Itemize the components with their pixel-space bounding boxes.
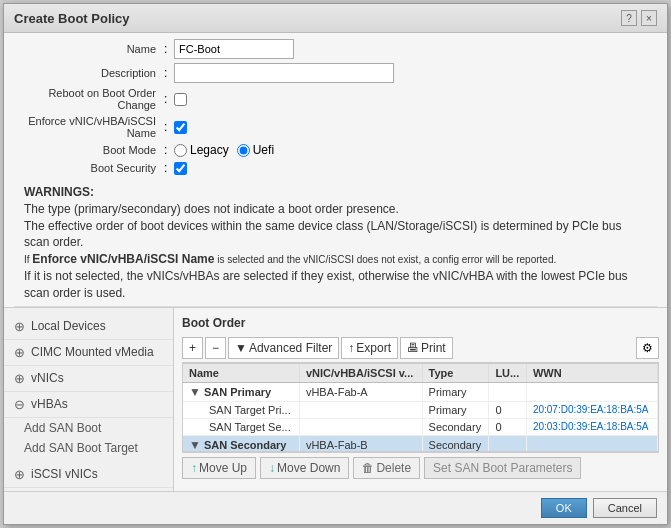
row-lun: 0 [489, 401, 527, 418]
row-vnic: vHBA-Fab-A [299, 382, 422, 401]
enforce-checkbox[interactable] [174, 121, 187, 134]
table-row[interactable]: SAN Target Se... Secondary 0 20:03:D0:39… [183, 418, 658, 435]
close-button[interactable]: × [641, 10, 657, 26]
move-down-button[interactable]: ↓ Move Down [260, 457, 349, 479]
print-button[interactable]: 🖶 Print [400, 337, 453, 359]
form-section: Name : Description : Reboot on Boot Orde… [4, 33, 667, 308]
boot-mode-group: Legacy Uefi [174, 143, 274, 157]
left-nav-panel: ⊕ Local Devices ⊕ CIMC Mounted vMedia ⊕ … [4, 308, 174, 491]
warnings-title: WARNINGS: [24, 185, 94, 199]
add-icon: + [189, 341, 196, 355]
row-vnic [299, 401, 422, 418]
add-san-boot-label: Add SAN Boot [24, 421, 101, 435]
plus-icon-vnics: ⊕ [14, 371, 25, 386]
move-up-icon: ↑ [191, 461, 197, 475]
expand-icon: ▼ [189, 385, 201, 399]
create-boot-policy-dialog: Create Boot Policy ? × Name : Descriptio… [3, 3, 668, 525]
sidebar-item-iscsi-vnics[interactable]: ⊕ iSCSI vNICs [4, 462, 173, 488]
delete-button[interactable]: 🗑 Delete [353, 457, 420, 479]
row-type: Primary [422, 401, 489, 418]
row-wwn: 20:07:D0:39:EA:18:BA:5A [526, 401, 657, 418]
description-label: Description [14, 67, 164, 79]
add-san-boot-target-label: Add SAN Boot Target [24, 441, 138, 455]
boot-mode-legacy-option[interactable]: Legacy [174, 143, 229, 157]
col-type: Type [422, 364, 489, 383]
sidebar-item-vnics[interactable]: ⊕ vNICs [4, 366, 173, 392]
sidebar-item-cimc-mounted[interactable]: ⊕ CIMC Mounted vMedia [4, 340, 173, 366]
settings-button[interactable]: ⚙ [636, 337, 659, 359]
cimc-mounted-label: CIMC Mounted vMedia [31, 345, 154, 359]
boot-order-table: Name vNIC/vHBA/iSCSI v... Type LU... WWN… [183, 364, 658, 452]
boot-mode-uefi-radio[interactable] [237, 144, 250, 157]
table-row[interactable]: ▼SAN Primary vHBA-Fab-A Primary [183, 382, 658, 401]
action-bar: ↑ Move Up ↓ Move Down 🗑 Delete Set SAN B… [182, 452, 659, 483]
col-lun: LU... [489, 364, 527, 383]
remove-button[interactable]: − [205, 337, 226, 359]
plus-icon-cimc: ⊕ [14, 345, 25, 360]
boot-order-toolbar: + − ▼ Advanced Filter ↑ Export 🖶 Print [182, 334, 659, 363]
dialog-title: Create Boot Policy [14, 11, 130, 26]
minus-icon-vhbas: ⊖ [14, 397, 25, 412]
move-down-icon: ↓ [269, 461, 275, 475]
gear-icon: ⚙ [642, 341, 653, 355]
row-wwn: 20:03:D0:39:EA:18:BA:5A [526, 418, 657, 435]
filter-icon: ▼ [235, 341, 247, 355]
row-wwn [526, 382, 657, 401]
name-label: Name [14, 43, 164, 55]
name-input[interactable] [174, 39, 294, 59]
sidebar-item-add-san-boot[interactable]: Add SAN Boot [4, 418, 173, 438]
warnings-line2: The effective order of boot devices with… [24, 219, 621, 250]
col-wwn: WWN [526, 364, 657, 383]
delete-icon: 🗑 [362, 461, 374, 475]
sidebar-item-local-devices[interactable]: ⊕ Local Devices [4, 314, 173, 340]
title-bar: Create Boot Policy ? × [4, 4, 667, 33]
row-lun [489, 435, 527, 452]
reboot-label: Reboot on Boot Order Change [14, 87, 164, 111]
advanced-filter-button[interactable]: ▼ Advanced Filter [228, 337, 339, 359]
description-input[interactable] [174, 63, 394, 83]
print-icon: 🖶 [407, 341, 419, 355]
row-name: ▼SAN Primary [183, 382, 299, 401]
sidebar-item-vhbas[interactable]: ⊖ vHBAs [4, 392, 173, 418]
cancel-button[interactable]: Cancel [593, 498, 657, 518]
col-vnic: vNIC/vHBA/iSCSI v... [299, 364, 422, 383]
table-row[interactable]: ▼SAN Secondary vHBA-Fab-B Secondary [183, 435, 658, 452]
export-button[interactable]: ↑ Export [341, 337, 398, 359]
boot-mode-legacy-radio[interactable] [174, 144, 187, 157]
reboot-checkbox[interactable] [174, 93, 187, 106]
row-lun [489, 382, 527, 401]
warnings-line4: If it is not selected, the vNICs/vHBAs a… [24, 269, 628, 300]
row-type: Primary [422, 382, 489, 401]
row-type: Secondary [422, 418, 489, 435]
footer-bar: OK Cancel [4, 491, 667, 524]
dialog-body: ⊕ Local Devices ⊕ CIMC Mounted vMedia ⊕ … [4, 308, 667, 491]
boot-security-label: Boot Security [14, 162, 164, 174]
move-up-button[interactable]: ↑ Move Up [182, 457, 256, 479]
boot-mode-uefi-option[interactable]: Uefi [237, 143, 274, 157]
sidebar-item-add-san-boot-target[interactable]: Add SAN Boot Target [4, 438, 173, 458]
table-row[interactable]: SAN Target Pri... Primary 0 20:07:D0:39:… [183, 401, 658, 418]
ok-button[interactable]: OK [541, 498, 587, 518]
iscsi-vnics-label: iSCSI vNICs [31, 467, 98, 481]
boot-security-checkbox[interactable] [174, 162, 187, 175]
enforce-label: Enforce vNIC/vHBA/iSCSI Name [14, 115, 164, 139]
row-name: SAN Target Se... [183, 418, 299, 435]
boot-mode-label: Boot Mode [14, 144, 164, 156]
row-vnic [299, 418, 422, 435]
warnings-section: WARNINGS: The type (primary/secondary) d… [14, 180, 657, 307]
boot-order-table-container: Name vNIC/vHBA/iSCSI v... Type LU... WWN… [182, 363, 659, 452]
export-icon: ↑ [348, 341, 354, 355]
row-name: SAN Target Pri... [183, 401, 299, 418]
remove-icon: − [212, 341, 219, 355]
boot-order-title: Boot Order [182, 316, 659, 330]
row-name: ▼SAN Secondary [183, 435, 299, 452]
help-button[interactable]: ? [621, 10, 637, 26]
add-button[interactable]: + [182, 337, 203, 359]
row-wwn [526, 435, 657, 452]
vnics-label: vNICs [31, 371, 64, 385]
expand-icon: ▼ [189, 438, 201, 452]
set-san-boot-button[interactable]: Set SAN Boot Parameters [424, 457, 581, 479]
warnings-line1: The type (primary/secondary) does not in… [24, 202, 399, 216]
col-name: Name [183, 364, 299, 383]
row-lun: 0 [489, 418, 527, 435]
